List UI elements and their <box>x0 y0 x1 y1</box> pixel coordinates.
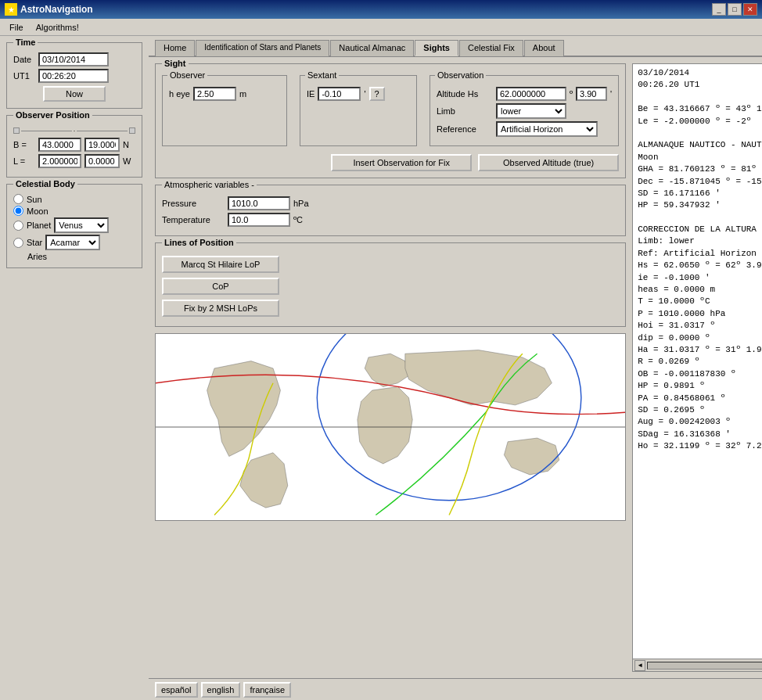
sextant-sub-group: Sextant IE ' ? <box>300 75 417 146</box>
scroll-left-button[interactable]: ◄ <box>634 660 645 671</box>
right-text-content[interactable]: 03/10/2014 00:26.20 UT1 Be = 43.316667 º… <box>633 64 762 659</box>
planet-radio[interactable] <box>13 221 23 231</box>
date-input[interactable] <box>38 52 109 66</box>
minimize-button[interactable]: _ <box>712 3 726 16</box>
star-select[interactable]: Acamar <box>45 235 100 250</box>
temp-unit: ºC <box>293 215 303 224</box>
star-label: Star <box>27 238 42 247</box>
heye-unit: m <box>239 89 246 99</box>
observed-altitude-button[interactable]: Observed Altitude (true) <box>478 154 619 171</box>
sextant-sub-title: Sextant <box>305 70 339 80</box>
insert-observation-button[interactable]: Insert Observation for Fix <box>331 154 472 171</box>
fix-by-2msh-button[interactable]: Fix by 2 MSH LoPs <box>162 300 279 317</box>
l-val1-input[interactable] <box>38 154 81 168</box>
right-text-panel: 03/10/2014 00:26.20 UT1 Be = 43.316667 º… <box>632 63 762 672</box>
moon-radio[interactable] <box>13 206 23 216</box>
b-val2-input[interactable] <box>84 138 120 152</box>
time-group-title: Time <box>13 38 38 47</box>
ie-label: IE <box>307 89 315 99</box>
l-val2-input[interactable] <box>84 154 120 168</box>
observer-position-title: Observer Position <box>13 110 92 120</box>
sun-radio-row: Sun <box>13 194 135 204</box>
l-label: L = <box>13 156 35 166</box>
menu-algorithms[interactable]: Algorithms! <box>30 21 85 34</box>
spanish-button[interactable]: español <box>155 682 198 698</box>
left-panel: Time Date UT1 Now Observer Position · <box>0 36 149 700</box>
main-content: Sight Observer h eye m <box>149 57 762 678</box>
alt-deg-sym: º <box>570 89 573 99</box>
sight-group-title: Sight <box>162 59 189 68</box>
maximize-button[interactable]: □ <box>728 3 742 16</box>
app-icon: ★ <box>5 3 17 16</box>
lop-group: Lines of Position Marcq St Hilaire LoP C… <box>155 242 626 327</box>
date-label: Date <box>13 55 35 64</box>
observation-sub-title: Observation <box>435 70 486 80</box>
alt-label: Altitude Hs <box>437 89 493 99</box>
sight-group: Sight Observer h eye m <box>155 63 626 178</box>
heye-input[interactable] <box>193 87 236 101</box>
tab-identification[interactable]: Identification of Stars and Planets <box>196 40 329 56</box>
aries-label: Aries <box>27 252 47 261</box>
sun-radio[interactable] <box>13 194 23 204</box>
alt-min-unit: ' <box>610 89 612 99</box>
atm-group: Atmospheric variables - Pressure hPa Tem… <box>155 185 626 236</box>
tab-home[interactable]: Home <box>155 40 195 56</box>
pressure-label: Pressure <box>162 199 225 208</box>
ie-help-button[interactable]: ? <box>369 87 385 101</box>
sun-label: Sun <box>27 195 42 204</box>
ref-select[interactable]: Artificial Horizon Natural Horizon <box>496 121 598 137</box>
content-area: Home Identification of Stars and Planets… <box>149 36 762 700</box>
b-val1-input[interactable] <box>38 138 81 152</box>
main-layout: Time Date UT1 Now Observer Position · <box>0 36 762 700</box>
observation-sub-group: Observation Altitude Hs º ' <box>430 75 619 146</box>
tab-about[interactable]: About <box>524 40 564 56</box>
moon-radio-row: Moon <box>13 206 135 216</box>
french-button[interactable]: française <box>243 682 291 698</box>
english-button[interactable]: english <box>201 682 241 698</box>
alt-min-input[interactable] <box>576 87 607 101</box>
cop-button[interactable]: CoP <box>162 278 279 295</box>
pressure-unit: hPa <box>293 199 309 208</box>
tab-nautical[interactable]: Nautical Almanac <box>330 40 414 56</box>
ut1-label: UT1 <box>13 71 35 81</box>
app-title: AstroNavigation <box>20 4 93 15</box>
star-radio[interactable] <box>13 238 23 248</box>
bottom-bar: español english française <box>149 678 762 700</box>
ut1-input[interactable] <box>38 69 109 83</box>
menu-bar: File Algorithms! <box>0 19 762 36</box>
close-button[interactable]: ✕ <box>743 3 757 16</box>
now-button[interactable]: Now <box>43 86 106 102</box>
map-container <box>155 333 626 521</box>
tab-celestial-fix[interactable]: Celestial Fix <box>459 40 523 56</box>
tabs: Home Identification of Stars and Planets… <box>149 36 762 57</box>
sights-panel: Sight Observer h eye m <box>149 57 632 678</box>
ref-label: Reference <box>437 124 493 134</box>
altitude-input[interactable] <box>496 87 566 101</box>
ie-input[interactable] <box>318 87 361 101</box>
b-dir: N <box>123 140 129 149</box>
lop-buttons-container: Marcq St Hilaire LoP CoP Fix by 2 MSH Lo… <box>162 256 619 317</box>
world-map-svg <box>156 334 625 520</box>
l-dir: W <box>123 156 131 166</box>
ie-unit: ' <box>364 89 365 99</box>
temp-label: Temperature <box>162 215 225 224</box>
temperature-input[interactable] <box>228 213 290 227</box>
atm-group-title: Atmospheric variables - <box>162 180 257 189</box>
time-group: Time Date UT1 Now <box>6 42 142 109</box>
tab-sights[interactable]: Sights <box>415 40 458 56</box>
celestial-body-title: Celestial Body <box>13 179 77 188</box>
planet-select[interactable]: Venus <box>54 217 109 233</box>
menu-file[interactable]: File <box>3 21 30 34</box>
b-label: B = <box>13 140 35 149</box>
title-bar: ★ AstroNavigation _ □ ✕ <box>0 0 762 19</box>
pressure-input[interactable] <box>228 196 290 210</box>
title-bar-left: ★ AstroNavigation <box>5 3 93 16</box>
limb-select[interactable]: lower upper <box>496 103 566 119</box>
planet-radio-row: Planet Venus <box>13 217 135 233</box>
lop-group-title: Lines of Position <box>162 238 236 247</box>
marcq-st-hilaire-button[interactable]: Marcq St Hilaire LoP <box>162 256 279 273</box>
observer-sub-group: Observer h eye m <box>162 75 287 146</box>
observer-position-group: Observer Position · B = N L = W <box>6 115 142 178</box>
planet-label: Planet <box>27 221 51 230</box>
title-buttons: _ □ ✕ <box>712 3 757 16</box>
